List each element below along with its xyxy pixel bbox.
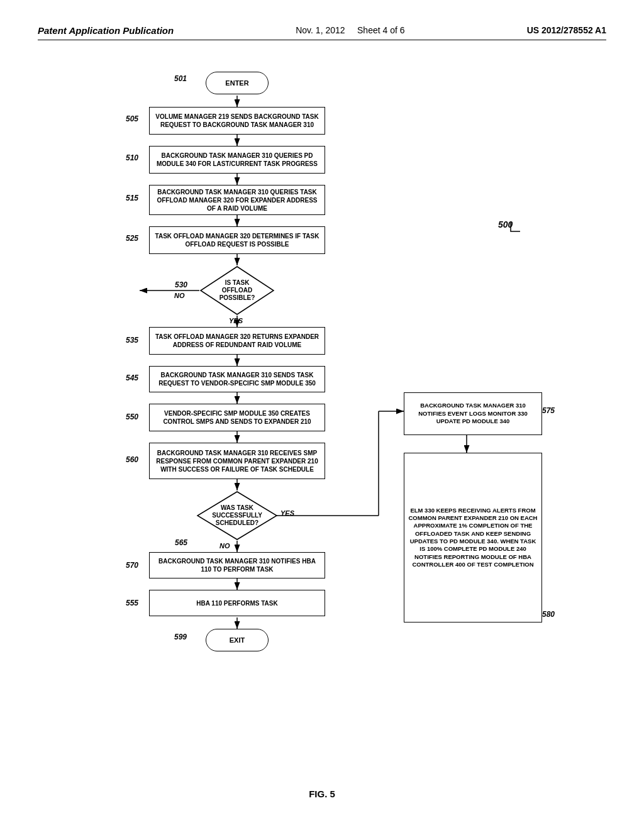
header-sheet: Sheet 4 of 6 — [357, 25, 405, 35]
yes-label-530: YES — [229, 317, 243, 324]
exit-terminal: EXIT — [206, 629, 269, 651]
step-580-text: ELM 330 KEEPS RECEIVING ALERTS FROM COMM… — [408, 507, 538, 569]
step-580-box: ELM 330 KEEPS RECEIVING ALERTS FROM COMM… — [404, 453, 542, 622]
enter-terminal: ENTER — [206, 72, 269, 94]
step-550-text: VENDOR-SPECIFIC SMP MODULE 350 CREATES C… — [153, 409, 321, 426]
step-501-label: 501 — [174, 74, 187, 83]
step-560-text: BACKGROUND TASK MANAGER 310 RECEIVES SMP… — [153, 449, 321, 473]
step-505-text: VOLUME MANAGER 219 SENDS BACKGROUND TASK… — [153, 113, 321, 129]
no-label-530: NO — [174, 292, 185, 299]
step-525-label: 525 — [126, 234, 138, 243]
step-510-label: 510 — [126, 153, 138, 162]
svg-marker-20 — [201, 267, 274, 314]
header: Patent Application Publication Nov. 1, 2… — [38, 25, 606, 40]
step-570-box: BACKGROUND TASK MANAGER 310 NOTIFIES HBA… — [149, 552, 325, 578]
step-545-box: BACKGROUND TASK MANAGER 310 SENDS TASK R… — [149, 366, 325, 392]
step-535-label: 535 — [126, 336, 138, 345]
flowchart: ENTER 501 VOLUME MANAGER 219 SENDS BACKG… — [52, 59, 592, 782]
step-535-box: TASK OFFLOAD MANAGER 320 RETURNS EXPANDE… — [149, 327, 325, 355]
no-label-was: NO — [219, 542, 230, 550]
step-was-diamond: WAS TASK SUCCESSFULLY SCHEDULED? — [196, 490, 278, 541]
step-515-box: BACKGROUND TASK MANAGER 310 QUERIES TASK… — [149, 185, 325, 215]
step-515-text: BACKGROUND TASK MANAGER 310 QUERIES TASK… — [153, 188, 321, 213]
step-565-label: 565 — [175, 538, 187, 547]
step-575-box: BACKGROUND TASK MANAGER 310 NOTIFIES EVE… — [404, 392, 542, 435]
yes-label-was: YES — [280, 509, 294, 517]
step-535-text: TASK OFFLOAD MANAGER 320 RETURNS EXPANDE… — [153, 333, 321, 349]
step-555-text: HBA 110 PERFORMS TASK — [196, 599, 277, 607]
svg-marker-21 — [197, 492, 277, 540]
step-555-box: HBA 110 PERFORMS TASK — [149, 590, 325, 616]
step-575-label: 575 — [542, 406, 555, 415]
step-510-box: BACKGROUND TASK MANAGER 310 QUERIES PD M… — [149, 146, 325, 174]
step-530-number: 530 — [175, 280, 187, 289]
step-515-label: 515 — [126, 194, 138, 202]
step-555-label: 555 — [126, 599, 138, 607]
step-560-box: BACKGROUND TASK MANAGER 310 RECEIVES SMP… — [149, 443, 325, 479]
step-550-label: 550 — [126, 412, 138, 421]
header-patent-number: US 2012/278552 A1 — [527, 25, 606, 35]
page: Patent Application Publication Nov. 1, 2… — [0, 0, 644, 830]
header-date: Nov. 1, 2012 — [296, 25, 345, 35]
header-date-sheet: Nov. 1, 2012 Sheet 4 of 6 — [296, 25, 404, 35]
step-545-label: 545 — [126, 374, 138, 382]
header-publication-label: Patent Application Publication — [38, 25, 174, 36]
step-560-label: 560 — [126, 455, 138, 464]
step-530-diamond: IS TASK OFFLOAD POSSIBLE? — [199, 265, 275, 316]
figure-caption: FIG. 5 — [38, 788, 606, 799]
step-550-box: VENDOR-SPECIFIC SMP MODULE 350 CREATES C… — [149, 404, 325, 431]
step-575-text: BACKGROUND TASK MANAGER 310 NOTIFIES EVE… — [408, 402, 538, 425]
step-545-text: BACKGROUND TASK MANAGER 310 SENDS TASK R… — [153, 371, 321, 387]
enter-label: ENTER — [225, 79, 248, 87]
step-570-label: 570 — [126, 561, 138, 570]
step-599-label: 599 — [174, 633, 187, 641]
step-505-box: VOLUME MANAGER 219 SENDS BACKGROUND TASK… — [149, 107, 325, 135]
step-580-label: 580 — [542, 610, 555, 619]
step-570-text: BACKGROUND TASK MANAGER 310 NOTIFIES HBA… — [153, 557, 321, 573]
step-525-text: TASK OFFLOAD MANAGER 320 DETERMINES IF T… — [153, 232, 321, 248]
step-525-box: TASK OFFLOAD MANAGER 320 DETERMINES IF T… — [149, 226, 325, 254]
step-505-label: 505 — [126, 114, 138, 123]
step-510-text: BACKGROUND TASK MANAGER 310 QUERIES PD M… — [153, 152, 321, 168]
exit-label: EXIT — [230, 636, 245, 644]
